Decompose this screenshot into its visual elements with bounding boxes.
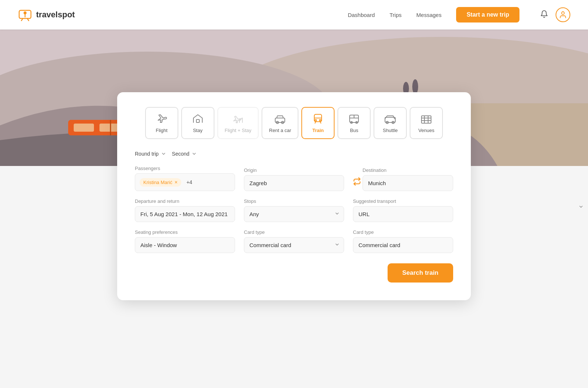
origin-group: Origin [244,167,344,191]
seating-label: Seating preferences [135,229,235,235]
passengers-group: Passengers Kristina Marić × +4 [135,166,235,191]
dest-swap-group: Destination [353,167,453,191]
card-type-1-group: Card type Commercial card Personal card … [244,229,344,253]
main-content: Flight Stay Flight + Stay [0,92,588,322]
card-type-1-select[interactable]: Commercial card Personal card Credit car… [244,237,344,253]
tab-train-label: Train [312,128,324,133]
chevron-down-icon-2 [192,151,197,156]
tab-bus-label: Bus [350,128,358,133]
trip-type-label: Round trip [135,151,159,157]
tab-train[interactable]: Train [301,107,335,139]
tab-flight[interactable]: Flight [145,107,178,139]
seating-input[interactable] [135,237,235,253]
brand-name: travelspot [36,10,75,20]
origin-label: Origin [244,167,344,173]
svg-point-31 [319,119,321,121]
svg-point-23 [412,79,418,94]
svg-rect-40 [421,116,431,123]
flight-stay-icon [232,113,244,125]
suggested-transport-group: Suggested transport [353,198,453,222]
stops-label: Stops [244,198,344,204]
departure-label: Departure and return [135,198,235,204]
trip-options-row: Round trip Second [135,151,453,157]
tab-flight-stay: Flight + Stay [217,107,259,139]
user-avatar[interactable] [556,7,570,22]
search-form: Passengers Kristina Marić × +4 Or [135,166,453,253]
transport-tabs: Flight Stay Flight + Stay [135,107,453,139]
tab-shuttle-label: Shuttle [383,128,398,133]
search-card: Flight Stay Flight + Stay [117,92,471,300]
notification-bell-icon[interactable] [540,10,548,20]
rent-car-icon [274,113,286,125]
tab-rent-car[interactable]: Rent a car [262,107,298,139]
trip-class-label: Second [172,151,189,157]
passenger-tag: Kristina Marić × [140,178,181,187]
logo[interactable]: travelspot [18,7,75,22]
bus-icon [348,113,360,125]
passengers-extra-count: +4 [186,179,192,185]
stops-select-wrapper: Any 0 1 2+ [244,206,344,222]
suggested-transport-input[interactable] [353,206,453,222]
tab-shuttle[interactable]: Shuttle [374,107,407,139]
card-type-2-label: Card type [353,229,453,235]
destination-group: Destination [363,167,453,191]
passengers-dropdown-arrow [578,204,584,211]
trip-class-select[interactable]: Second [172,151,197,157]
nav-dashboard[interactable]: Dashboard [348,12,375,18]
train-icon [312,113,324,125]
svg-point-2 [561,12,564,14]
shuttle-icon [384,113,396,125]
search-train-button[interactable]: Search train [388,263,453,283]
swap-icon [353,177,361,186]
nav-messages[interactable]: Messages [416,12,441,18]
nav-icon-group [540,7,570,22]
remove-passenger-button[interactable]: × [175,180,178,185]
tab-rent-car-label: Rent a car [269,128,291,133]
stay-icon [192,113,204,125]
passengers-field[interactable]: Kristina Marić × +4 [135,173,235,191]
seating-group: Seating preferences [135,229,235,253]
passengers-label: Passengers [135,166,235,171]
tab-flight-stay-label: Flight + Stay [225,128,252,133]
card-type-1-label: Card type [244,229,344,235]
departure-group: Departure and return [135,198,235,222]
form-row-2: Departure and return Stops Any 0 1 2+ [135,198,453,222]
passenger-name: Kristina Marić [143,180,172,185]
card-type-2-input[interactable] [353,237,453,253]
card-type-1-select-wrapper: Commercial card Personal card Credit car… [244,237,344,253]
tab-stay-label: Stay [193,128,203,133]
tab-stay[interactable]: Stay [181,107,214,139]
origin-input[interactable] [244,175,344,191]
form-row-3: Seating preferences Card type Commercial… [135,229,453,253]
form-row-1: Passengers Kristina Marić × +4 Or [135,166,453,191]
stops-select[interactable]: Any 0 1 2+ [244,206,344,222]
trip-type-select[interactable]: Round trip [135,151,166,157]
logo-icon [18,7,32,22]
swap-origin-dest-button[interactable] [353,177,361,187]
flight-icon [156,113,168,125]
tab-venues-label: Venues [419,128,434,133]
form-bottom-row: Search train [135,263,453,283]
destination-input[interactable] [363,175,453,191]
destination-label: Destination [363,167,453,173]
nav-trips[interactable]: Trips [389,12,402,18]
venues-icon [420,113,432,125]
start-new-trip-button[interactable]: Start a new trip [456,7,519,22]
svg-point-30 [315,119,316,121]
nav-links: Dashboard Trips Messages Start a new tri… [348,7,519,22]
tab-flight-label: Flight [156,128,168,133]
svg-rect-24 [196,119,199,122]
tab-bus[interactable]: Bus [337,107,371,139]
navbar: travelspot Dashboard Trips Messages Star… [0,0,588,30]
chevron-down-icon [161,151,166,156]
suggested-transport-label: Suggested transport [353,198,453,204]
stops-group: Stops Any 0 1 2+ [244,198,344,222]
card-type-2-group: Card type [353,229,453,253]
tab-venues[interactable]: Venues [410,107,443,139]
departure-input[interactable] [135,206,235,222]
